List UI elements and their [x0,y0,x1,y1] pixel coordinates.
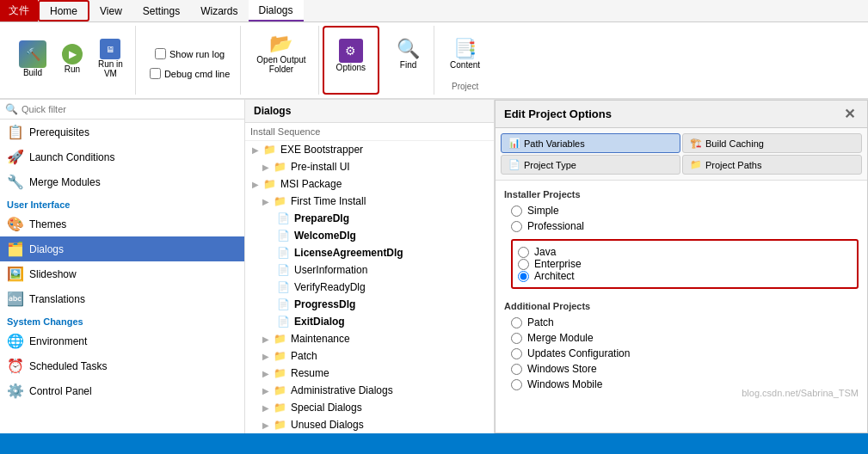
tab-project-type[interactable]: 📄 Project Type [501,155,680,175]
options-button[interactable]: ⚙ Options [331,31,371,79]
quick-filter-input[interactable] [22,104,239,114]
radio-java-input[interactable] [518,247,529,258]
dialogs-item-icon: 📁 [274,350,286,362]
sidebar-item-label: Launch Conditions [29,151,114,163]
radio-merge-module-input[interactable] [511,333,522,344]
sidebar-item-themes[interactable]: 🎨Themes [0,212,244,236]
sidebar-item-translations[interactable]: 🔤Translations [0,286,244,311]
options-content: Installer Projects Simple Professional J… [496,181,867,433]
dialogs-item-icon: 📄 [277,298,290,310]
radio-architect[interactable]: Architect [518,270,852,282]
run-icon: ▶ [62,44,83,64]
dialogs-item-progressdlg[interactable]: 📄ProgressDlg [245,296,494,313]
dialogs-item-icon: 📁 [263,178,276,190]
dialogs-item-label: Unused Dialogs [291,419,364,431]
find-button[interactable]: 🔍 Find [391,29,426,77]
radio-updates-config[interactable]: Updates Configuration [511,347,859,359]
dialogs-item-icon: 📁 [274,419,286,431]
show-run-log-label: Show run log [169,49,225,59]
sidebar-section-system-changes: System Changes [0,311,244,328]
run-in-vm-button[interactable]: 🖥 Run inVM [93,34,128,83]
dialogs-item-first-time-install[interactable]: ▶📁First Time Install [245,193,494,210]
dialogs-item-msi-package[interactable]: ▶📁MSI Package [245,175,494,193]
tab-project-paths-icon: 📁 [690,159,702,170]
sidebar-item-icon: 🚀 [7,149,24,165]
sidebar-item-control-panel[interactable]: ⚙️Control Panel [0,378,244,403]
radio-patch-input[interactable] [511,317,522,328]
dialogs-item-preparedlg[interactable]: 📄PrepareDlg [245,210,494,227]
dialogs-item-special-dialogs[interactable]: ▶📁Special Dialogs [245,399,494,416]
dialogs-item-label: EXE Bootstrapper [280,144,363,156]
tree-expand-icon: ▶ [262,197,269,206]
search-icon: 🔍 [5,103,18,115]
sidebar-items-container: 📋Prerequisites🚀Launch Conditions🔧Merge M… [0,120,244,403]
radio-updates-config-input[interactable] [511,348,522,359]
radio-enterprise-input[interactable] [518,259,529,270]
radio-windows-store[interactable]: Windows Store [511,363,859,375]
sidebar-item-dialogs[interactable]: 🗂️Dialogs [0,236,244,261]
radio-architect-input[interactable] [518,271,529,282]
dialogs-item-patch[interactable]: ▶📁Patch [245,347,494,365]
sidebar-item-scheduled-tasks[interactable]: ⏰Scheduled Tasks [0,353,244,378]
radio-professional[interactable]: Professional [511,220,859,232]
sidebar-item-prerequisites[interactable]: 📋Prerequisites [0,120,244,144]
build-button[interactable]: 🔨 Build [14,34,52,83]
dialogs-item-maintenance[interactable]: ▶📁Maintenance [245,330,494,347]
radio-windows-store-input[interactable] [511,364,522,375]
build-label: Build [23,68,42,77]
radio-professional-input[interactable] [511,221,522,232]
dialogs-item-exe-bootstrapper[interactable]: ▶📁EXE Bootstrapper [245,141,494,158]
menu-view[interactable]: View [89,0,132,21]
dialogs-item-exitdialog[interactable]: 📄ExitDialog [245,313,494,330]
tab-path-variables[interactable]: 📊 Path Variables [501,133,680,153]
show-run-log-checkbox[interactable] [155,48,166,59]
menu-settings[interactable]: Settings [132,0,190,21]
dialogs-item-icon: 📄 [277,212,290,224]
sidebar-item-launch-conditions[interactable]: 🚀Launch Conditions [0,144,244,169]
dialogs-item-icon: 📄 [277,264,290,276]
dialogs-item-pre-install-ui[interactable]: ▶📁Pre-install UI [245,158,494,175]
sidebar-item-environment[interactable]: 🌐Environment [0,328,244,353]
content-button[interactable]: 📑 Content [445,29,485,77]
menu-home[interactable]: Home [38,0,89,21]
radio-patch[interactable]: Patch [511,316,859,328]
dialogs-item-unused-dialogs[interactable]: ▶📁Unused Dialogs [245,416,494,433]
radio-java[interactable]: Java [518,246,852,258]
menu-dialogs[interactable]: Dialogs [249,0,304,21]
dialogs-item-resume[interactable]: ▶📁Resume [245,365,494,382]
tab-path-variables-label: Path Variables [524,138,585,149]
debug-cmd-checkbox[interactable] [150,68,161,79]
radio-simple[interactable]: Simple [511,205,859,217]
open-output-folder-button[interactable]: 📂 Open OutputFolder [251,29,311,77]
tab-build-caching[interactable]: 🏗️ Build Caching [682,133,862,153]
debug-cmd-button[interactable]: Debug cmd line [146,66,233,81]
show-run-log-button[interactable]: Show run log [151,46,228,61]
dialogs-item-verifyreadydlg[interactable]: 📄VerifyReadyDlg [245,279,494,296]
radio-enterprise[interactable]: Enterprise [518,258,852,270]
radio-architect-label: Architect [534,270,575,282]
sidebar-item-slideshow[interactable]: 🖼️Slideshow [0,261,244,286]
sidebar-item-icon: 🖼️ [7,266,24,282]
dialogs-item-userinformation[interactable]: 📄UserInformation [245,261,494,279]
sidebar-item-icon: 🗂️ [7,241,24,257]
menu-wizards[interactable]: Wizards [190,0,248,21]
run-button[interactable]: ▶ Run [55,34,89,83]
dialogs-item-welcomedlg[interactable]: 📄WelcomeDlg [245,227,494,244]
find-icon: 🔍 [397,38,420,60]
menu-file[interactable]: 文件 [0,0,38,21]
folder-icon: 📂 [269,33,292,55]
radio-simple-input[interactable] [511,206,522,217]
sidebar-item-merge-modules[interactable]: 🔧Merge Modules [0,169,244,194]
close-button[interactable]: ✕ [840,106,859,122]
dialogs-item-licenseagreementdlg[interactable]: 📄LicenseAgreementDlg [245,244,494,261]
tab-project-paths[interactable]: 📁 Project Paths [682,155,862,175]
installer-radio-group: Simple Professional Java Enterprise [511,205,859,292]
radio-windows-mobile-input[interactable] [511,379,522,390]
radio-merge-module[interactable]: Merge Module [511,332,859,344]
open-output-folder-label: Open OutputFolder [256,55,305,74]
highlighted-radio-section: Java Enterprise Architect [511,239,859,289]
dialogs-item-administrative-dialogs[interactable]: ▶📁Administrative Dialogs [245,382,494,399]
tab-build-caching-icon: 🏗️ [690,138,702,149]
sidebar-item-icon: 📋 [7,124,24,140]
radio-merge-module-label: Merge Module [527,332,594,344]
